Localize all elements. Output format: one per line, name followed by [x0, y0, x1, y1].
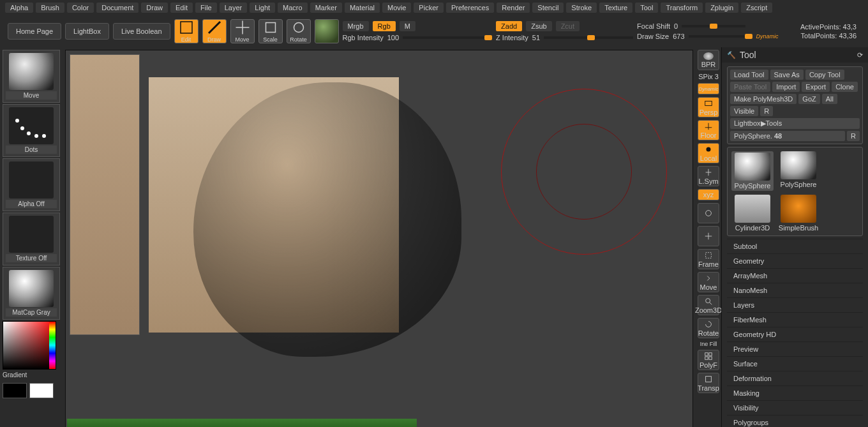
r-button-2[interactable]: R: [847, 131, 860, 141]
section-masking[interactable]: Masking: [727, 386, 863, 400]
menu-material[interactable]: Material: [345, 3, 380, 13]
z-intensity-slider[interactable]: [544, 36, 633, 39]
section-deformation[interactable]: Deformation: [727, 371, 863, 386]
zoom3d-button[interactable]: Zoom3D: [698, 295, 719, 315]
texture-selector[interactable]: Texture Off: [3, 213, 60, 266]
move-mode-button[interactable]: Move: [230, 19, 255, 43]
floor-button[interactable]: Floor: [698, 120, 719, 140]
goz-button[interactable]: GoZ: [798, 94, 819, 104]
menu-layer[interactable]: Layer: [220, 3, 248, 13]
thumb-cylinder3d[interactable]: Cylinder3D: [731, 195, 774, 232]
m-button[interactable]: M: [400, 21, 415, 31]
material-preview-icon[interactable]: [315, 19, 339, 43]
paste-tool-button[interactable]: Paste Tool: [730, 82, 770, 92]
stroke-selector[interactable]: Dots: [3, 104, 60, 157]
menu-marker[interactable]: Marker: [310, 3, 342, 13]
lsym-button[interactable]: L.Sym: [698, 166, 719, 186]
zcut-button[interactable]: Zcut: [556, 21, 580, 31]
rgb-intensity-slider[interactable]: [403, 36, 492, 39]
section-preview[interactable]: Preview: [727, 341, 863, 356]
menu-stencil[interactable]: Stencil: [532, 3, 564, 13]
lightbox-button[interactable]: LightBox: [65, 23, 109, 40]
section-visibility[interactable]: Visibility: [727, 400, 863, 415]
scale-mode-button[interactable]: Scale: [258, 19, 283, 43]
lightbox-tools-button[interactable]: Lightbox▶Tools: [730, 118, 860, 129]
copy-tool-button[interactable]: Copy Tool: [805, 70, 844, 80]
clone-button[interactable]: Clone: [832, 82, 858, 92]
material-selector[interactable]: MatCap Gray: [3, 267, 60, 320]
edit-mode-button[interactable]: Edit: [174, 19, 198, 43]
rotate-gizmo-icon[interactable]: [698, 203, 719, 223]
visible-button[interactable]: Visible: [730, 106, 758, 116]
swatch-black[interactable]: [3, 383, 27, 398]
frame-button[interactable]: Frame: [698, 249, 719, 269]
alpha-selector[interactable]: Alpha Off: [3, 158, 60, 211]
menu-zplugin[interactable]: Zplugin: [705, 3, 738, 13]
zsub-button[interactable]: Zsub: [526, 21, 551, 31]
menu-transform[interactable]: Transform: [661, 3, 703, 13]
thumb-simplebrush[interactable]: SimpleBrush: [777, 195, 819, 232]
menu-file[interactable]: File: [195, 3, 217, 13]
section-arraymesh[interactable]: ArrayMesh: [727, 268, 863, 283]
draw-size-slider[interactable]: [689, 35, 752, 38]
menu-color[interactable]: Color: [67, 3, 94, 13]
live-boolean-button[interactable]: Live Boolean: [113, 23, 170, 40]
menu-texture[interactable]: Texture: [599, 3, 632, 13]
move-gizmo-button[interactable]: Move: [698, 272, 719, 292]
section-nanomesh[interactable]: NanoMesh: [727, 283, 863, 297]
section-polygroups[interactable]: Polygroups: [727, 415, 863, 427]
xyz-button[interactable]: xyz: [698, 189, 719, 200]
menu-movie[interactable]: Movie: [382, 3, 411, 13]
menu-light[interactable]: Light: [250, 3, 275, 13]
menu-document[interactable]: Document: [96, 3, 138, 13]
section-surface[interactable]: Surface: [727, 356, 863, 371]
current-tool-name[interactable]: PolySphere. 48: [730, 131, 845, 141]
menu-picker[interactable]: Picker: [414, 3, 444, 13]
load-tool-button[interactable]: Load Tool: [730, 70, 768, 80]
menu-macro[interactable]: Macro: [278, 3, 308, 13]
export-button[interactable]: Export: [802, 82, 830, 92]
r-button[interactable]: R: [760, 106, 773, 116]
menu-edit[interactable]: Edit: [170, 3, 193, 13]
menu-stroke[interactable]: Stroke: [566, 3, 597, 13]
brush-selector[interactable]: Move: [3, 50, 60, 103]
persp-button[interactable]: Persp: [698, 97, 719, 117]
bpr-button[interactable]: BPR: [698, 50, 719, 70]
thumb-polysphere-active[interactable]: PolySphere: [731, 151, 774, 191]
menu-preferences[interactable]: Preferences: [446, 3, 494, 13]
home-page-button[interactable]: Home Page: [8, 23, 61, 40]
dynamic-label[interactable]: Dynamic: [756, 33, 779, 40]
menu-draw[interactable]: Draw: [141, 3, 168, 13]
menu-render[interactable]: Render: [497, 3, 530, 13]
section-subtool[interactable]: Subtool: [727, 239, 863, 253]
draw-mode-button[interactable]: Draw: [202, 19, 227, 43]
menu-brush[interactable]: Brush: [36, 3, 64, 13]
save-as-button[interactable]: Save As: [770, 70, 804, 80]
axis-gizmo-icon[interactable]: [698, 226, 719, 246]
menu-zscript[interactable]: Zscript: [741, 3, 772, 13]
all-button[interactable]: All: [822, 94, 837, 104]
local-button[interactable]: Local: [698, 143, 719, 163]
section-fibermesh[interactable]: FiberMesh: [727, 312, 863, 327]
make-polymesh3d-button[interactable]: Make PolyMesh3D: [730, 94, 797, 104]
panel-refresh-icon[interactable]: ⟳: [857, 51, 863, 59]
viewport[interactable]: [65, 50, 693, 427]
swatch-white[interactable]: [29, 383, 54, 398]
zadd-button[interactable]: Zadd: [496, 21, 522, 31]
transp-button[interactable]: Transp: [698, 373, 719, 393]
polyf-button[interactable]: PolyF: [698, 350, 719, 370]
rgb-button[interactable]: Rgb: [373, 21, 396, 31]
menu-alpha[interactable]: Alpha: [5, 3, 33, 13]
rotate-gizmo-button[interactable]: Rotate: [698, 318, 719, 338]
rotate-mode-button[interactable]: Rotate: [287, 19, 311, 43]
thumb-polysphere-2[interactable]: PolySphere: [777, 151, 819, 191]
color-picker[interactable]: [3, 321, 56, 370]
menu-tool[interactable]: Tool: [635, 3, 658, 13]
focal-shift-slider[interactable]: [682, 25, 745, 27]
section-layers[interactable]: Layers: [727, 297, 863, 312]
mrgb-button[interactable]: Mrgb: [343, 21, 369, 31]
section-geometryhd[interactable]: Geometry HD: [727, 327, 863, 341]
section-geometry[interactable]: Geometry: [727, 253, 863, 268]
import-button[interactable]: Import: [772, 82, 800, 92]
dynamic-toggle[interactable]: Dynamic: [698, 83, 719, 94]
